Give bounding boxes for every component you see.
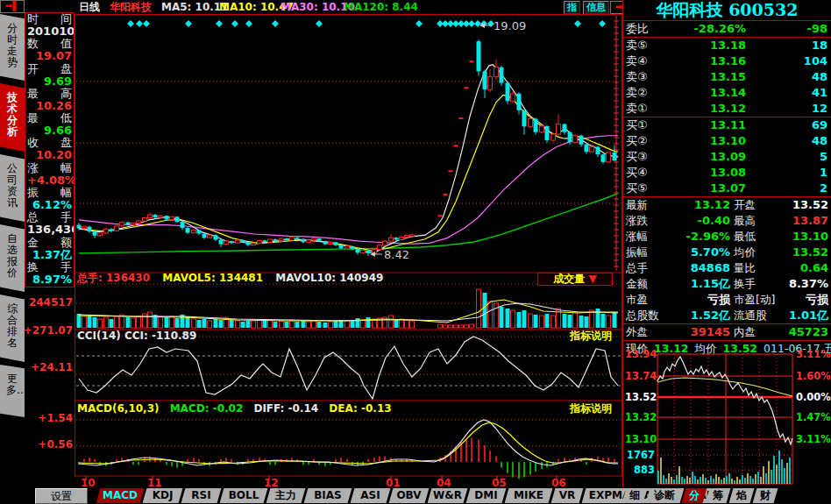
- bid-row-volume: 1: [820, 165, 827, 181]
- intraday-left-label: 13.10: [625, 434, 655, 444]
- tab-label: 诊断: [648, 488, 681, 503]
- info-label-char: 时: [27, 13, 39, 25]
- bid-row-label: 买①: [626, 117, 648, 133]
- top-bar: 日线 华阳科技 MA5: 10.11 MA10: 10.47 MA30: 10.…: [25, 0, 622, 14]
- tab-indicator-mike[interactable]: MIKE: [505, 488, 553, 503]
- info-row: 总手136,430: [25, 211, 74, 236]
- main-chart[interactable]: 19.098.4210111201040506: [75, 14, 622, 487]
- tab-right-1[interactable]: 诊断: [646, 488, 684, 503]
- stat-label: 总手: [626, 260, 648, 276]
- settings-button[interactable]: 设置: [35, 488, 88, 504]
- intraday-right-label: 3.11%: [796, 434, 831, 444]
- sidebar-item-0[interactable]: 分时走势: [0, 14, 25, 81]
- sidebar-item-label: 更多……: [6, 373, 18, 396]
- tab-label: BOLL: [222, 488, 266, 503]
- svg-text:10: 10: [81, 477, 96, 487]
- bid-row-label: 买③: [626, 149, 648, 165]
- stat-value: 13.52: [792, 197, 828, 213]
- intraday-left-label: 1767: [625, 450, 655, 460]
- info-row-value: 9.66: [25, 124, 74, 137]
- tab-indicator-asi[interactable]: ASI: [351, 488, 391, 503]
- bid-row: 买③13.095: [623, 149, 831, 165]
- sidebar-item-2[interactable]: 公司资讯: [0, 154, 25, 222]
- tab-right-2[interactable]: 分: [682, 488, 707, 503]
- info-row-value: 1.37亿: [25, 249, 74, 261]
- info-row-value: 19.07: [25, 50, 74, 62]
- tab-indicator-macd[interactable]: MACD: [96, 488, 145, 503]
- tab-right-0[interactable]: 细: [622, 488, 648, 503]
- tab-right-3[interactable]: 筹: [706, 488, 731, 503]
- sidebar-item-3[interactable]: 自选报价: [0, 224, 25, 292]
- svg-text:19.09: 19.09: [494, 19, 526, 32]
- volume-total: 总手: 136430: [77, 272, 150, 284]
- info-row-label: 最低: [25, 112, 74, 124]
- sidebar-item-label: 公司资讯: [6, 163, 18, 209]
- stat-label: 开盘: [734, 197, 756, 213]
- period-label[interactable]: 日线: [79, 0, 100, 14]
- stat-label: 涨跌: [626, 213, 648, 229]
- info-row-value: 136,430: [25, 224, 74, 236]
- ask-row-volume: 41: [812, 85, 827, 101]
- tab-indicator-dmi[interactable]: DMI: [466, 488, 507, 503]
- stat-label: 最低: [734, 229, 756, 245]
- bid-row-price: 13.07: [676, 181, 746, 196]
- bid-row-price: 13.11: [676, 117, 746, 133]
- stat-row: 总股数1.52亿流通股1.01亿: [623, 308, 831, 323]
- tab-indicator-obv[interactable]: OBV: [389, 488, 430, 503]
- info-row-label: 最高: [25, 88, 74, 100]
- info-row: 振幅6.12%: [25, 187, 74, 211]
- svg-text:01: 01: [386, 477, 401, 487]
- tab-indicator-主力[interactable]: 主力: [266, 488, 306, 503]
- tab-indicator-rsi[interactable]: RSI: [181, 488, 222, 503]
- ask-row: 卖②13.1441: [623, 85, 831, 101]
- tab-label: BIAS: [306, 488, 350, 503]
- indicator-button[interactable]: 指: [564, 1, 580, 14]
- stat-label: 外盘: [626, 324, 648, 340]
- tab-label: 细: [624, 488, 645, 503]
- svg-text:12: 12: [264, 477, 279, 487]
- stat-label: 内盘: [734, 324, 756, 340]
- macd-help-link[interactable]: 指标说明: [570, 403, 612, 415]
- stat-value: 1.15亿: [669, 276, 730, 292]
- info-label-char: 振: [27, 187, 39, 199]
- stat-label: 市盈: [626, 292, 648, 308]
- tab-right-5[interactable]: 财: [753, 488, 778, 503]
- tab-indicator-w&r[interactable]: W&R: [428, 488, 468, 503]
- info-row: 收盘10.20: [25, 137, 74, 161]
- stat-label: 总股数: [626, 308, 659, 323]
- ask-queue: 卖⑤13.1818卖④13.16104卖③13.1548卖②13.1441卖①1…: [623, 38, 831, 117]
- scale-label: 244517: [21, 297, 73, 309]
- stat-label: 市盈[动]: [734, 292, 775, 308]
- scale-label: +1.54: [21, 413, 73, 424]
- ask-row-label: 卖①: [626, 101, 648, 117]
- sidebar-item-1[interactable]: 技术分析: [0, 83, 25, 152]
- volume-indicator-selector[interactable]: 成交量 ▼: [537, 273, 613, 286]
- tab-label: W&R: [430, 488, 465, 503]
- tab-indicator-vr[interactable]: VR: [551, 488, 584, 503]
- info-button[interactable]: 信息: [583, 1, 609, 14]
- intraday-left-label: 13.74: [625, 371, 655, 381]
- weibi-row: 委比 -28.26% -98: [623, 21, 831, 38]
- info-row-label: 时间: [25, 13, 74, 25]
- tab-indicator-boll[interactable]: BOLL: [220, 488, 268, 503]
- scale-label: +24.11: [21, 362, 73, 373]
- collapse-left-icon[interactable]: ➡▌: [0, 0, 25, 13]
- info-row: 最高10.26: [25, 88, 74, 112]
- stat-row: 涨幅-2.96%最低13.10: [623, 229, 831, 245]
- cci-help-link[interactable]: 指标说明: [570, 330, 612, 342]
- stock-app-window: ➡▌ 分时走势技术分析公司资讯自选报价综合排名更多…… 日线 华阳科技 MA5:…: [0, 0, 831, 504]
- svg-text:11: 11: [147, 477, 162, 487]
- ask-row: 卖①13.1212: [623, 101, 831, 117]
- tab-indicator-kdj[interactable]: KDJ: [143, 488, 183, 503]
- stat-row: 涨跌-0.40最高13.87: [623, 213, 831, 229]
- stat-value: 39145: [669, 324, 730, 340]
- scale-label: +271.07: [21, 325, 73, 337]
- tab-label: KDJ: [145, 488, 181, 503]
- info-label-char: 手: [60, 261, 72, 273]
- stat-value: 13.12: [669, 197, 730, 213]
- intraday-right-label: 0.00%: [796, 392, 831, 402]
- tab-right-4[interactable]: 焰: [729, 488, 755, 503]
- volume-pane-header: 总手: 136430 MAVOL5: 134481 MAVOL10: 14094…: [77, 273, 383, 284]
- tab-indicator-bias[interactable]: BIAS: [304, 488, 352, 503]
- weibi-delta: -98: [807, 21, 828, 37]
